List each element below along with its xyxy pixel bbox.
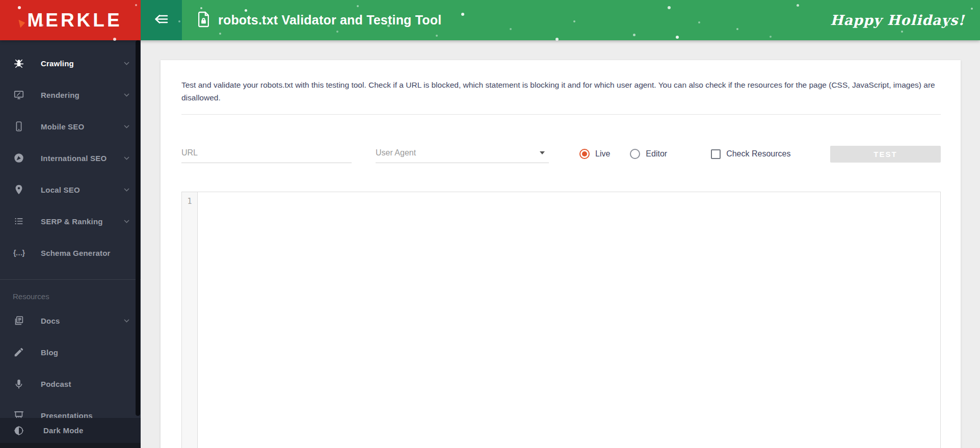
sidebar-item-local-seo[interactable]: Local SEO: [0, 174, 141, 205]
chevron-down-icon[interactable]: [124, 62, 129, 65]
chevron-down-icon[interactable]: [124, 188, 129, 192]
url-input[interactable]: [181, 145, 352, 163]
sidebar-bottom-strip: [0, 443, 141, 448]
editor-line-number-gutter: 1: [182, 192, 198, 448]
collapse-arrow-icon: [153, 13, 169, 28]
sidebar-collapse-button[interactable]: [141, 0, 182, 40]
dropdown-arrow-icon: [540, 151, 545, 154]
main-content: Test and validate your robots.txt with t…: [141, 40, 980, 448]
test-button[interactable]: TEST: [830, 146, 941, 163]
snow-dot: [971, 8, 973, 10]
editor-radio[interactable]: [630, 149, 640, 159]
test-form-row: User Agent Live Editor Check Resources T…: [181, 144, 941, 164]
user-agent-value: User Agent: [376, 148, 416, 157]
sidebar-item-label: SERP & Ranking: [41, 217, 103, 226]
card-divider: [181, 114, 941, 115]
snow-dot: [461, 13, 464, 16]
merkle-logo-text: MERKLE: [27, 10, 122, 31]
sidebar-nav: CrawlingRenderingMobile SEOInternational…: [0, 40, 141, 431]
merkle-logo-triangle-icon: [18, 20, 25, 28]
sidebar-item-label: Schema Generator: [41, 249, 111, 257]
chevron-down-icon[interactable]: [124, 125, 129, 128]
pencil-icon: [13, 347, 25, 358]
sidebar: CrawlingRenderingMobile SEOInternational…: [0, 40, 141, 448]
snow-dot: [770, 36, 772, 38]
contrast-icon: [13, 425, 25, 436]
sidebar-item-label: Crawling: [41, 59, 74, 68]
sidebar-item-schema-generator[interactable]: {…}Schema Generator: [0, 237, 141, 269]
docs-icon: [13, 315, 25, 326]
braces-icon: {…}: [13, 249, 25, 257]
sidebar-item-mobile-seo[interactable]: Mobile SEO: [0, 111, 141, 142]
chevron-down-icon[interactable]: [124, 93, 129, 97]
sidebar-item-international-seo[interactable]: International SEO: [0, 142, 141, 174]
chevron-down-icon[interactable]: [124, 156, 129, 160]
snow-dot: [698, 21, 700, 23]
sidebar-scrollbar[interactable]: [136, 40, 140, 416]
live-radio[interactable]: [579, 149, 590, 159]
title-wrap: robots.txt Validator and Testing Tool: [197, 0, 441, 40]
dark-mode-label: Dark Mode: [43, 426, 84, 435]
chevron-down-icon[interactable]: [124, 220, 129, 223]
sidebar-item-label: Local SEO: [41, 186, 80, 194]
spider-icon: [13, 58, 25, 69]
merkle-logo[interactable]: MERKLE: [0, 0, 141, 40]
snow-dot: [573, 20, 575, 22]
snow-dot: [736, 28, 738, 30]
snow-dot: [901, 31, 903, 33]
user-agent-select[interactable]: User Agent: [376, 145, 549, 163]
sidebar-item-docs[interactable]: Docs: [0, 305, 141, 336]
sidebar-item-blog[interactable]: Blog: [0, 336, 141, 368]
editor-radio-label[interactable]: Editor: [646, 149, 667, 159]
chevron-down-icon[interactable]: [124, 319, 129, 323]
sidebar-section-label: Resources: [0, 280, 141, 305]
sidebar-item-label: Rendering: [41, 91, 80, 99]
line-number: 1: [187, 197, 192, 206]
snow-dot: [668, 6, 671, 9]
robots-txt-editor: 1: [181, 192, 941, 448]
robots-file-lock-icon: [197, 11, 210, 30]
sidebar-item-label: Docs: [41, 317, 60, 325]
editor-text-area[interactable]: [198, 192, 940, 448]
list-icon: [13, 216, 25, 227]
sidebar-item-rendering[interactable]: Rendering: [0, 79, 141, 111]
snow-dot: [510, 28, 512, 30]
app-header: MERKLE robots.txt Validator and Testing …: [0, 0, 980, 40]
check-resources-wrap: Check Resources: [711, 149, 790, 159]
monitor-icon: [13, 89, 25, 100]
snow-dot: [633, 34, 635, 36]
holiday-greeting: Happy Holidays!: [830, 12, 965, 28]
check-resources-checkbox[interactable]: [711, 149, 721, 159]
sidebar-item-label: Mobile SEO: [41, 122, 84, 131]
check-resources-label[interactable]: Check Resources: [726, 149, 790, 159]
map-pin-icon: [13, 184, 25, 195]
sidebar-item-crawling[interactable]: Crawling: [0, 47, 141, 79]
snow-dot: [797, 4, 799, 7]
snow-dot: [676, 36, 679, 39]
live-radio-label[interactable]: Live: [595, 149, 610, 159]
mode-radio-group: Live Editor: [579, 149, 667, 159]
sidebar-item-podcast[interactable]: Podcast: [0, 368, 141, 400]
sidebar-item-label: International SEO: [41, 154, 107, 163]
sidebar-item-serp-ranking[interactable]: SERP & Ranking: [0, 205, 141, 237]
microphone-icon: [13, 378, 25, 389]
globe-icon: [13, 152, 25, 164]
sidebar-item-label: Blog: [41, 348, 58, 357]
tool-card: Test and validate your robots.txt with t…: [161, 60, 961, 448]
smartphone-icon: [13, 121, 25, 132]
tool-description: Test and validate your robots.txt with t…: [181, 78, 941, 104]
page-title: robots.txt Validator and Testing Tool: [218, 13, 441, 28]
sidebar-item-label: Podcast: [41, 380, 71, 388]
dark-mode-toggle[interactable]: Dark Mode: [0, 418, 141, 443]
